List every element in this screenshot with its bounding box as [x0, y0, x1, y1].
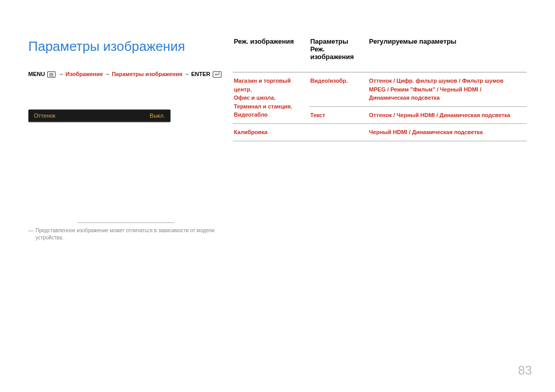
cell-text: Терминал и станция — [234, 103, 291, 109]
cell-text: Оттенок / Цифр. фильтр шумов / Фильтр шу… — [369, 78, 504, 101]
osd-value: Выкл. — [150, 113, 165, 119]
breadcrumb-item-2: Параметры изображения — [112, 71, 182, 77]
cell-text: Видео/изобр. — [310, 78, 348, 84]
breadcrumb: MENU → Изображение → Параметры изображен… — [28, 70, 224, 79]
col-header-param: Параметры Реж. изображения — [309, 35, 368, 72]
page-title: Параметры изображения — [28, 39, 224, 54]
breadcrumb-enter: ENTER — [191, 71, 210, 77]
cell-text: Магазин и торговый центр — [234, 78, 291, 92]
cell-text: Черный HDMI / Динамическая подсветка — [369, 129, 483, 135]
cell-text: Текст — [310, 112, 325, 118]
col-header-adj: Регулируемые параметры — [368, 35, 527, 72]
parameter-table: Реж. изображения Параметры Реж. изображе… — [233, 35, 527, 141]
footnote-text: Представленное изображение может отличат… — [35, 227, 224, 241]
enter-icon — [213, 71, 221, 78]
osd-preview: Оттенок Выкл. — [28, 109, 171, 122]
footnote-divider — [77, 222, 175, 223]
table-row: Магазин и торговый центр, Офис и школа, … — [233, 72, 527, 107]
cell-text: Офис и школа — [234, 95, 274, 101]
breadcrumb-item-1: Изображение — [66, 71, 103, 77]
cell-text: Оттенок / Черный HDMI / Динамическая под… — [369, 112, 510, 118]
page-number: 83 — [518, 363, 532, 378]
breadcrumb-menu: MENU — [28, 71, 45, 77]
col-header-mode: Реж. изображения — [233, 35, 309, 72]
table-row: Калибровка Черный HDMI / Динамическая по… — [233, 124, 527, 141]
cell-text: Калибровка — [234, 129, 267, 135]
footnote: ― Представленное изображение может отлич… — [28, 227, 224, 241]
osd-label: Оттенок — [34, 113, 55, 119]
cell-text: Видеотабло — [234, 111, 268, 118]
osd-row-tint: Оттенок Выкл. — [29, 110, 170, 122]
menu-icon — [47, 71, 55, 78]
